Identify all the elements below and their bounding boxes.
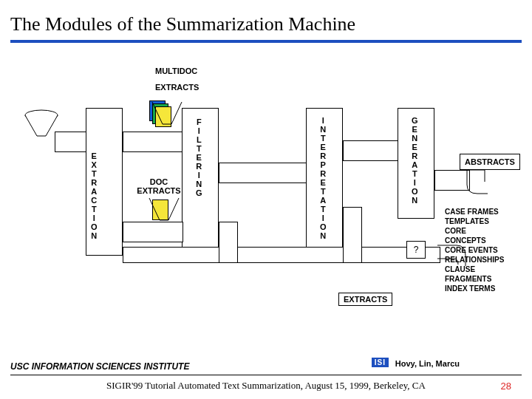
module-extraction: EXTRACTION [86, 108, 123, 256]
output-pipe [434, 170, 470, 191]
isi-badge: ISI [372, 358, 389, 367]
module-generation: GENERATION [398, 108, 434, 219]
module-filtering: FILTERING [182, 108, 219, 256]
conference-label: SIGIR'99 Tutorial Automated Text Summari… [106, 380, 426, 392]
slide-footer: USC INFORMATION SCIENCES INSTITUTE ISI H… [0, 361, 532, 399]
extracts-bottom-label: EXTRACTS [338, 293, 392, 306]
output-item: CASE FRAMES [445, 207, 504, 216]
module-filtering-label: FILTERING [196, 117, 202, 197]
abstracts-label: ABSTRACTS [460, 154, 520, 170]
output-item: INDEX TERMS [445, 284, 504, 293]
extracts-top-label: EXTRACTS [155, 83, 199, 92]
pipe [343, 140, 399, 161]
pipe [123, 222, 183, 242]
pipe [123, 132, 183, 152]
outputs-list: CASE FRAMESTEMPLATESCORE CONCEPTSCORE EV… [445, 207, 504, 293]
vert-pipe [219, 222, 238, 263]
vert-pipe [343, 207, 362, 263]
hopper-icon [145, 195, 180, 225]
footer-line: ISI Hovy, Lin, Marcu SIGIR'99 Tutorial A… [10, 375, 522, 399]
module-interpretation: INTERPRETATION [306, 108, 343, 256]
input-pipe [55, 132, 87, 152]
title-rule [10, 40, 522, 43]
slide-title: The Modules of the Summarization Machine [0, 0, 532, 40]
output-item: CORE EVENTS [445, 245, 504, 255]
module-generation-label: GENERATION [412, 116, 418, 205]
input-hopper-icon [24, 109, 59, 139]
doc-extracts-label: DOC EXTRACTS [133, 177, 185, 195]
bottom-pipe [123, 247, 440, 263]
page-number: 28 [501, 381, 511, 392]
module-extraction-label: EXTRACTION [91, 151, 98, 240]
output-item: TEMPLATES [445, 216, 504, 226]
hopper-icon [148, 99, 183, 129]
pipe [219, 163, 307, 183]
authors-label: Hovy, Lin, Marcu [395, 359, 460, 368]
multidoc-label: MULTIDOC [155, 66, 197, 75]
module-interpretation-label: INTERPRETATION [320, 116, 327, 240]
question-box: ? [406, 241, 426, 259]
output-item: CORE CONCEPTS [445, 226, 504, 245]
doc-extracts-l1: DOC [150, 177, 168, 186]
diagram-stage: MULTIDOC EXTRACTS EXTRACTION FILTERING D… [44, 66, 488, 310]
output-item: CLAUSE FRAGMENTS [445, 265, 504, 284]
doc-extracts-l2: EXTRACTS [137, 186, 180, 195]
output-item: RELATIONSHIPS [445, 255, 504, 265]
output-spout-icon [466, 168, 492, 198]
